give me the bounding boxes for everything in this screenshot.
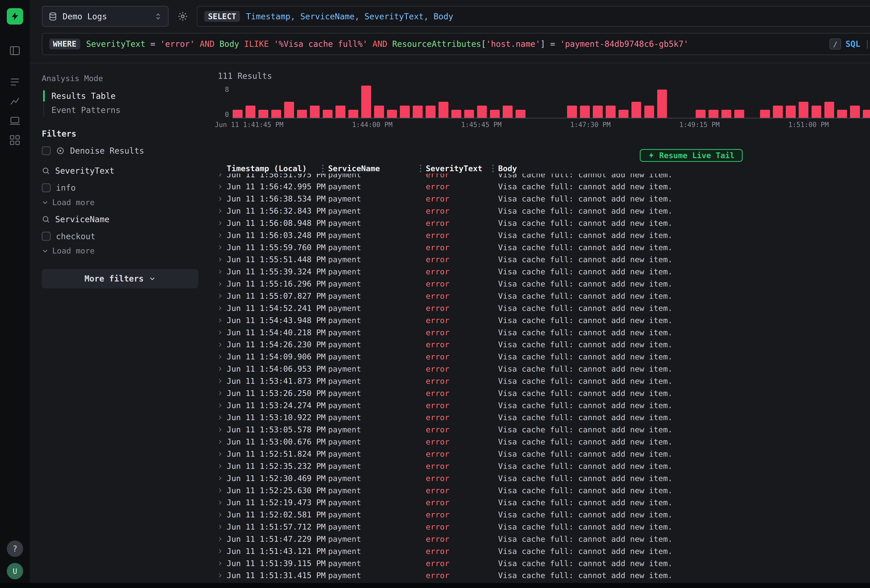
expand-caret-icon[interactable] — [213, 184, 227, 190]
filter-option-checkout[interactable]: checkout — [42, 230, 198, 243]
expand-caret-icon[interactable] — [213, 427, 227, 433]
filter-option-info[interactable]: info — [42, 182, 198, 194]
expand-caret-icon[interactable] — [213, 500, 227, 506]
expand-caret-icon[interactable] — [213, 512, 227, 518]
log-row[interactable]: Jun 11 1:51:47.229 PMpaymenterrorVisa ca… — [213, 533, 870, 545]
log-row[interactable]: Jun 11 1:53:10.922 PMpaymenterrorVisa ca… — [213, 411, 870, 424]
log-row[interactable]: Jun 11 1:52:30.469 PMpaymenterrorVisa ca… — [213, 472, 870, 484]
log-row[interactable]: Jun 11 1:56:08.948 PMpaymenterrorVisa ca… — [213, 217, 870, 229]
more-filters-button[interactable]: More filters — [42, 269, 198, 288]
log-row[interactable]: Jun 11 1:51:39.115 PMpaymenterrorVisa ca… — [213, 557, 870, 569]
log-row[interactable]: Jun 11 1:55:59.760 PMpaymenterrorVisa ca… — [213, 241, 870, 253]
log-row[interactable]: Jun 11 1:53:00.676 PMpaymenterrorVisa ca… — [213, 436, 870, 448]
log-row[interactable]: Jun 11 1:56:42.995 PMpaymenterrorVisa ca… — [213, 180, 870, 193]
checkbox[interactable] — [42, 232, 51, 241]
log-row[interactable]: Jun 11 1:54:26.230 PMpaymenterrorVisa ca… — [213, 338, 870, 351]
expand-caret-icon[interactable] — [213, 281, 227, 287]
expand-caret-icon[interactable] — [213, 244, 227, 250]
log-row[interactable]: Jun 11 1:56:38.534 PMpaymenterrorVisa ca… — [213, 193, 870, 205]
log-row[interactable]: Jun 11 1:52:25.630 PMpaymenterrorVisa ca… — [213, 484, 870, 497]
where-query-input[interactable]: WHERE SeverityText = 'error' AND Body IL… — [42, 33, 870, 55]
log-row[interactable]: Jun 11 1:56:51.975 PMpaymenterrorVisa ca… — [213, 174, 870, 180]
settings-gear-button[interactable] — [174, 11, 191, 22]
expand-caret-icon[interactable] — [213, 174, 227, 177]
nav-panel-button[interactable] — [0, 41, 30, 60]
col-header-body[interactable]: Body — [498, 164, 870, 173]
expand-caret-icon[interactable] — [213, 463, 227, 469]
expand-caret-icon[interactable] — [213, 439, 227, 445]
column-resize-handle[interactable] — [420, 165, 422, 172]
log-row[interactable]: Jun 11 1:52:51.824 PMpaymenterrorVisa ca… — [213, 448, 870, 460]
log-row[interactable]: Jun 11 1:55:16.296 PMpaymenterrorVisa ca… — [213, 278, 870, 290]
expand-caret-icon[interactable] — [213, 415, 227, 420]
log-row[interactable]: Jun 11 1:54:40.218 PMpaymenterrorVisa ca… — [213, 326, 870, 338]
log-row[interactable]: Jun 11 1:51:43.121 PMpaymenterrorVisa ca… — [213, 545, 870, 557]
expand-caret-icon[interactable] — [213, 208, 227, 214]
col-header-servicename[interactable]: ServiceName — [328, 164, 426, 173]
resume-live-tail-button[interactable]: Resume Live Tail — [640, 149, 743, 162]
column-resize-handle[interactable] — [322, 165, 324, 172]
expand-caret-icon[interactable] — [213, 317, 227, 323]
log-row[interactable]: Jun 11 1:53:41.873 PMpaymenterrorVisa ca… — [213, 375, 870, 387]
load-more-button[interactable]: Load more — [42, 194, 198, 213]
log-row[interactable]: Jun 11 1:55:51.448 PMpaymenterrorVisa ca… — [213, 253, 870, 266]
expand-caret-icon[interactable] — [213, 451, 227, 457]
nav-logs-button[interactable] — [0, 72, 30, 92]
user-avatar[interactable]: U — [7, 563, 23, 579]
expand-caret-icon[interactable] — [213, 269, 227, 275]
expand-caret-icon[interactable] — [213, 220, 227, 226]
expand-caret-icon[interactable] — [213, 475, 227, 481]
expand-caret-icon[interactable] — [213, 342, 227, 348]
expand-caret-icon[interactable] — [213, 378, 227, 384]
load-more-button[interactable]: Load more — [42, 243, 198, 262]
log-row[interactable]: Jun 11 1:51:57.712 PMpaymenterrorVisa ca… — [213, 521, 870, 533]
log-row[interactable]: Jun 11 1:56:32.843 PMpaymenterrorVisa ca… — [213, 205, 870, 217]
col-header-severitytext[interactable]: SeverityText — [426, 164, 498, 173]
expand-caret-icon[interactable] — [213, 196, 227, 202]
nav-dashboards-button[interactable] — [0, 131, 30, 150]
log-row[interactable]: Jun 11 1:55:07.827 PMpaymenterrorVisa ca… — [213, 290, 870, 302]
nav-chart-button[interactable] — [0, 92, 30, 111]
log-row[interactable]: Jun 11 1:52:19.473 PMpaymenterrorVisa ca… — [213, 497, 870, 509]
log-row[interactable]: Jun 11 1:54:52.241 PMpaymenterrorVisa ca… — [213, 302, 870, 314]
app-logo[interactable] — [7, 8, 23, 25]
expand-caret-icon[interactable] — [213, 354, 227, 360]
log-row[interactable]: Jun 11 1:55:39.324 PMpaymenterrorVisa ca… — [213, 266, 870, 278]
col-header-timestamp[interactable]: Timestamp (Local) — [227, 164, 328, 173]
log-row[interactable]: Jun 11 1:56:03.248 PMpaymenterrorVisa ca… — [213, 229, 870, 241]
expand-caret-icon[interactable] — [213, 573, 227, 578]
help-button[interactable]: ? — [7, 540, 23, 557]
log-row[interactable]: Jun 11 1:53:24.274 PMpaymenterrorVisa ca… — [213, 399, 870, 411]
denoise-results-toggle[interactable]: Denoise Results — [42, 146, 198, 156]
expand-caret-icon[interactable] — [213, 390, 227, 396]
source-select[interactable]: Demo Logs — [42, 6, 168, 27]
denoise-checkbox[interactable] — [42, 146, 51, 155]
nav-sessions-button[interactable] — [0, 111, 30, 131]
log-row[interactable]: Jun 11 1:52:35.232 PMpaymenterrorVisa ca… — [213, 460, 870, 472]
log-row[interactable]: Jun 11 1:53:26.250 PMpaymenterrorVisa ca… — [213, 387, 870, 399]
mode-results-table[interactable]: Results Table — [44, 89, 198, 103]
log-row[interactable]: Jun 11 1:53:05.578 PMpaymenterrorVisa ca… — [213, 424, 870, 436]
log-row[interactable]: Jun 11 1:52:02.581 PMpaymenterrorVisa ca… — [213, 509, 870, 521]
log-row[interactable]: Jun 11 1:54:09.906 PMpaymenterrorVisa ca… — [213, 351, 870, 363]
expand-caret-icon[interactable] — [213, 366, 227, 372]
select-query-input[interactable]: SELECT Timestamp, ServiceName, SeverityT… — [197, 6, 870, 27]
expand-caret-icon[interactable] — [213, 305, 227, 311]
log-row[interactable]: Jun 11 1:54:43.948 PMpaymenterrorVisa ca… — [213, 314, 870, 326]
expand-caret-icon[interactable] — [213, 536, 227, 542]
log-row[interactable]: Jun 11 1:54:06.953 PMpaymenterrorVisa ca… — [213, 363, 870, 375]
expand-caret-icon[interactable] — [213, 548, 227, 554]
column-resize-handle[interactable] — [492, 165, 494, 172]
expand-caret-icon[interactable] — [213, 329, 227, 335]
mode-event-patterns[interactable]: Event Patterns — [44, 103, 198, 117]
expand-caret-icon[interactable] — [213, 293, 227, 299]
checkbox[interactable] — [42, 183, 51, 192]
expand-caret-icon[interactable] — [213, 487, 227, 493]
expand-caret-icon[interactable] — [213, 524, 227, 530]
expand-caret-icon[interactable] — [213, 402, 227, 408]
expand-caret-icon[interactable] — [213, 232, 227, 238]
expand-caret-icon[interactable] — [213, 560, 227, 566]
lang-sql-toggle[interactable]: SQL — [845, 39, 860, 49]
log-row[interactable]: Jun 11 1:51:31.415 PMpaymenterrorVisa ca… — [213, 569, 870, 582]
expand-caret-icon[interactable] — [213, 257, 227, 262]
